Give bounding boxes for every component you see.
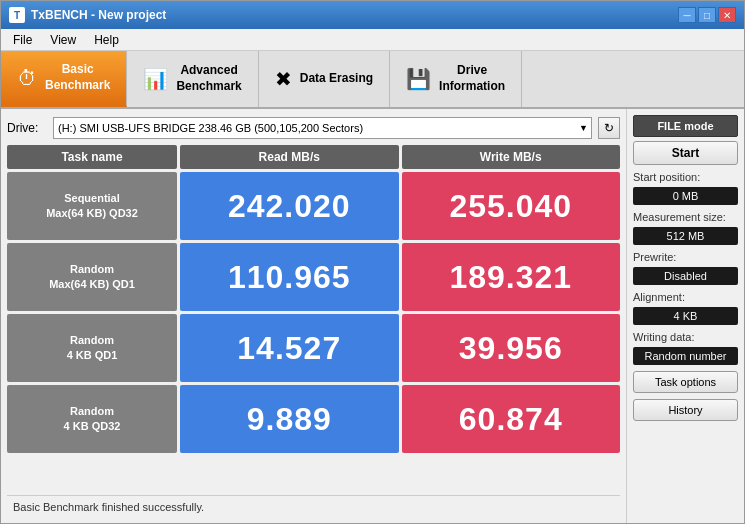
window-controls: ─ □ ✕ bbox=[678, 7, 736, 23]
write-cell-4: 60.874 bbox=[402, 385, 621, 453]
drive-label: Drive: bbox=[7, 121, 47, 135]
alignment-value: 4 KB bbox=[633, 307, 738, 325]
tab-basic-benchmark[interactable]: ⏱ BasicBenchmark bbox=[1, 51, 127, 107]
write-cell-2: 189.321 bbox=[402, 243, 621, 311]
tab-drive-information-label: DriveInformation bbox=[439, 63, 505, 94]
table-row: Random4 KB QD32 9.889 60.874 bbox=[7, 385, 620, 453]
file-mode-button[interactable]: FILE mode bbox=[633, 115, 738, 137]
main-window: T TxBENCH - New project ─ □ ✕ File View … bbox=[0, 0, 745, 524]
tab-data-erasing[interactable]: ✖ Data Erasing bbox=[259, 51, 390, 107]
header-task-name: Task name bbox=[7, 145, 177, 169]
menu-view[interactable]: View bbox=[42, 31, 84, 49]
tab-advanced-benchmark-label: AdvancedBenchmark bbox=[176, 63, 241, 94]
status-message: Basic Benchmark finished successfully. bbox=[13, 501, 204, 513]
tab-basic-benchmark-label: BasicBenchmark bbox=[45, 62, 110, 93]
writing-data-label: Writing data: bbox=[633, 331, 738, 343]
row-label-3: Random4 KB QD1 bbox=[7, 314, 177, 382]
tab-drive-information[interactable]: 💾 DriveInformation bbox=[390, 51, 522, 107]
tab-advanced-benchmark[interactable]: 📊 AdvancedBenchmark bbox=[127, 51, 258, 107]
window-title: TxBENCH - New project bbox=[31, 8, 166, 22]
header-write: Write MB/s bbox=[402, 145, 621, 169]
maximize-button[interactable]: □ bbox=[698, 7, 716, 23]
row-label-2: RandomMax(64 KB) QD1 bbox=[7, 243, 177, 311]
write-cell-1: 255.040 bbox=[402, 172, 621, 240]
menu-file[interactable]: File bbox=[5, 31, 40, 49]
start-position-label: Start position: bbox=[633, 171, 738, 183]
write-cell-3: 39.956 bbox=[402, 314, 621, 382]
table-row: Random4 KB QD1 14.527 39.956 bbox=[7, 314, 620, 382]
writing-data-value: Random number bbox=[633, 347, 738, 365]
history-button[interactable]: History bbox=[633, 399, 738, 421]
alignment-label: Alignment: bbox=[633, 291, 738, 303]
menu-help[interactable]: Help bbox=[86, 31, 127, 49]
close-button[interactable]: ✕ bbox=[718, 7, 736, 23]
minimize-button[interactable]: ─ bbox=[678, 7, 696, 23]
prewrite-value: Disabled bbox=[633, 267, 738, 285]
header-read: Read MB/s bbox=[180, 145, 399, 169]
drive-information-icon: 💾 bbox=[406, 67, 431, 91]
basic-benchmark-icon: ⏱ bbox=[17, 67, 37, 90]
table-row: SequentialMax(64 KB) QD32 242.020 255.04… bbox=[7, 172, 620, 240]
app-icon: T bbox=[9, 7, 25, 23]
title-bar: T TxBENCH - New project ─ □ ✕ bbox=[1, 1, 744, 29]
table-row: RandomMax(64 KB) QD1 110.965 189.321 bbox=[7, 243, 620, 311]
task-options-button[interactable]: Task options bbox=[633, 371, 738, 393]
left-panel: Drive: (H:) SMI USB-UFS BRIDGE 238.46 GB… bbox=[1, 109, 626, 523]
advanced-benchmark-icon: 📊 bbox=[143, 67, 168, 91]
data-erasing-icon: ✖ bbox=[275, 67, 292, 91]
row-label-1: SequentialMax(64 KB) QD32 bbox=[7, 172, 177, 240]
read-cell-3: 14.527 bbox=[180, 314, 399, 382]
row-label-4: Random4 KB QD32 bbox=[7, 385, 177, 453]
status-bar: Basic Benchmark finished successfully. bbox=[7, 495, 620, 517]
right-panel: FILE mode Start Start position: 0 MB Mea… bbox=[626, 109, 744, 523]
drive-select[interactable]: (H:) SMI USB-UFS BRIDGE 238.46 GB (500,1… bbox=[53, 117, 592, 139]
tab-bar: ⏱ BasicBenchmark 📊 AdvancedBenchmark ✖ D… bbox=[1, 51, 744, 109]
drive-row: Drive: (H:) SMI USB-UFS BRIDGE 238.46 GB… bbox=[7, 115, 620, 141]
benchmark-table: Task name Read MB/s Write MB/s Sequentia… bbox=[7, 145, 620, 491]
read-cell-1: 242.020 bbox=[180, 172, 399, 240]
read-cell-2: 110.965 bbox=[180, 243, 399, 311]
title-bar-left: T TxBENCH - New project bbox=[9, 7, 166, 23]
measurement-size-label: Measurement size: bbox=[633, 211, 738, 223]
menu-bar: File View Help bbox=[1, 29, 744, 51]
drive-select-wrapper[interactable]: (H:) SMI USB-UFS BRIDGE 238.46 GB (500,1… bbox=[53, 117, 592, 139]
table-header: Task name Read MB/s Write MB/s bbox=[7, 145, 620, 169]
main-content: Drive: (H:) SMI USB-UFS BRIDGE 238.46 GB… bbox=[1, 109, 744, 523]
start-button[interactable]: Start bbox=[633, 141, 738, 165]
tab-data-erasing-label: Data Erasing bbox=[300, 71, 373, 87]
refresh-button[interactable]: ↻ bbox=[598, 117, 620, 139]
start-position-value: 0 MB bbox=[633, 187, 738, 205]
prewrite-label: Prewrite: bbox=[633, 251, 738, 263]
measurement-size-value: 512 MB bbox=[633, 227, 738, 245]
read-cell-4: 9.889 bbox=[180, 385, 399, 453]
